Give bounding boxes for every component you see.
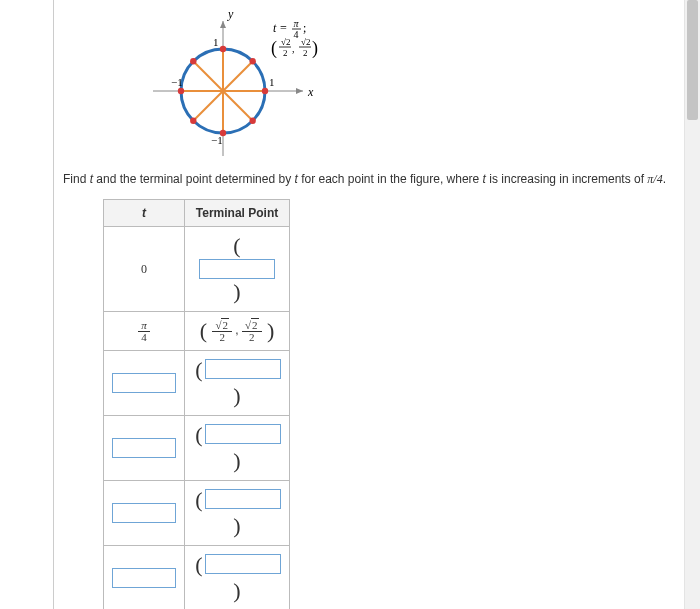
row4-tp-input[interactable] [205, 489, 281, 509]
figure-point-rparen: ) [312, 38, 318, 59]
table-row: () [104, 481, 290, 546]
svg-point-13 [178, 88, 184, 94]
margin-rule [53, 0, 54, 609]
row1-sep: , [235, 323, 242, 337]
axis-x-label: x [307, 85, 314, 99]
rparen: ) [231, 279, 242, 304]
q-inc: π/4 [647, 172, 662, 186]
lparen: ( [193, 357, 204, 382]
figure-t-end: ; [303, 21, 306, 35]
figure-point-n2: √2 [301, 37, 310, 47]
row2-tp-input[interactable] [205, 359, 281, 379]
row2-t-input[interactable] [112, 373, 176, 393]
figure-t-num: π [293, 18, 299, 29]
row5-t-input[interactable] [112, 568, 176, 588]
table-row: π 4 ( 2 2 , 2 2 ) [104, 312, 290, 351]
svg-point-9 [262, 88, 268, 94]
table-row: () [104, 416, 290, 481]
row1-tp-n2: 2 [251, 318, 259, 331]
figure-point-lparen: ( [271, 38, 277, 59]
row0-tp-input[interactable] [199, 259, 275, 279]
head-tp: Terminal Point [185, 200, 290, 227]
rparen: ) [231, 578, 242, 603]
q-mid3: is increasing in increments of [486, 172, 647, 186]
table-header-row: t Terminal Point [104, 200, 290, 227]
rparen: ) [265, 318, 276, 343]
question-text: Find t and the terminal point determined… [63, 172, 674, 187]
svg-text:t =: t = [273, 21, 287, 35]
figure-t-label: t = [273, 21, 287, 35]
svg-point-11 [220, 46, 226, 52]
row1-tp-d2: 2 [242, 332, 262, 343]
row1-tp-d1: 2 [212, 332, 232, 343]
row1-t-num: π [138, 320, 150, 332]
lparen: ( [193, 552, 204, 577]
row1-t-frac: π 4 [138, 320, 150, 343]
tick-y-neg: −1 [211, 134, 223, 146]
q-mid2: for each point in the figure, where [298, 172, 483, 186]
tick-x-pos: 1 [269, 76, 275, 88]
row3-tp-input[interactable] [205, 424, 281, 444]
row1-t-den: 4 [138, 332, 150, 343]
question-content: 1 x 1 y −1 −1 t = π 4 ; ( √2 2 , √2 2 ) [55, 0, 682, 609]
table-row: () [104, 351, 290, 416]
svg-point-12 [190, 58, 196, 64]
rparen: ) [231, 513, 242, 538]
lparen: ( [193, 422, 204, 447]
q-end: . [663, 172, 666, 186]
unit-circle-figure: 1 x 1 y −1 −1 t = π 4 ; ( √2 2 , √2 2 ) [133, 6, 353, 161]
svg-marker-1 [296, 88, 303, 94]
lparen: ( [198, 318, 209, 343]
figure-wrap: 1 x 1 y −1 −1 t = π 4 ; ( √2 2 , √2 2 ) [63, 6, 700, 164]
rparen: ) [231, 448, 242, 473]
row3-t-input[interactable] [112, 438, 176, 458]
row1-tp-frac2: 2 2 [242, 320, 262, 343]
axis-y-label: y [227, 7, 234, 21]
lparen: ( [231, 233, 242, 258]
head-t: t [142, 206, 146, 220]
q-pre: Find [63, 172, 90, 186]
table-row: () [104, 546, 290, 610]
figure-t-den: 4 [294, 29, 299, 40]
q-mid1: and the terminal point determined by [93, 172, 294, 186]
tick-x-neg: −1 [171, 76, 183, 88]
figure-point-sep: , [292, 43, 295, 54]
figure-point-d1: 2 [283, 48, 288, 58]
row0-t: 0 [141, 262, 147, 276]
row1-tp-n1: 2 [221, 318, 229, 331]
svg-marker-3 [220, 21, 226, 28]
answer-table: t Terminal Point 0 ( ) π 4 ( 2 [103, 199, 290, 609]
tick-y-pos: 1 [213, 36, 219, 48]
row1-tp-frac1: 2 2 [212, 320, 232, 343]
row4-t-input[interactable] [112, 503, 176, 523]
svg-point-10 [250, 58, 256, 64]
figure-point-n1: √2 [281, 37, 290, 47]
rparen: ) [231, 383, 242, 408]
row5-tp-input[interactable] [205, 554, 281, 574]
table-row: 0 ( ) [104, 227, 290, 312]
figure-point-d2: 2 [303, 48, 308, 58]
lparen: ( [193, 487, 204, 512]
svg-point-16 [250, 118, 256, 124]
svg-point-14 [190, 118, 196, 124]
